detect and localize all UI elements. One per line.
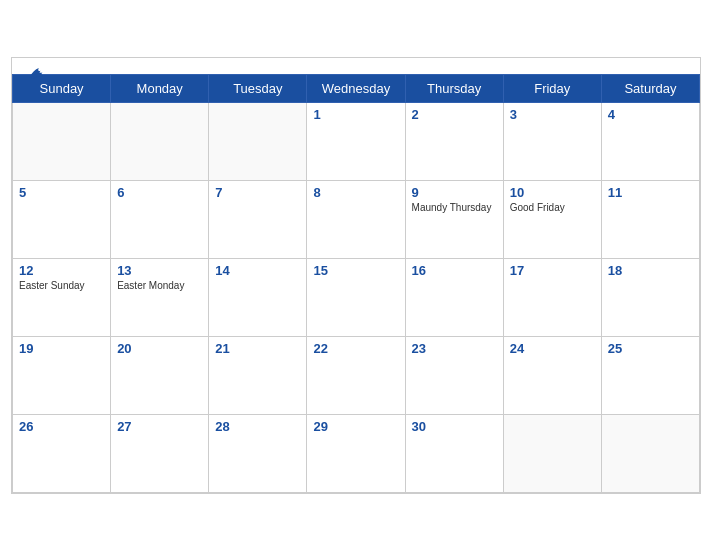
day-number: 19 — [19, 341, 104, 356]
day-number: 1 — [313, 107, 398, 122]
day-number: 8 — [313, 185, 398, 200]
day-number: 5 — [19, 185, 104, 200]
calendar-cell — [503, 414, 601, 492]
calendar-cell: 20 — [111, 336, 209, 414]
day-of-week-header: Monday — [111, 74, 209, 102]
calendar-cell: 7 — [209, 180, 307, 258]
calendar-cell: 6 — [111, 180, 209, 258]
day-number: 29 — [313, 419, 398, 434]
day-of-week-header: Tuesday — [209, 74, 307, 102]
calendar-cell: 12Easter Sunday — [13, 258, 111, 336]
day-number: 12 — [19, 263, 104, 278]
logo — [28, 66, 48, 80]
calendar-cell: 18 — [601, 258, 699, 336]
calendar-cell: 9Maundy Thursday — [405, 180, 503, 258]
calendar-cell: 27 — [111, 414, 209, 492]
calendar-cell: 22 — [307, 336, 405, 414]
event-label: Good Friday — [510, 202, 595, 213]
calendar-header-row: SundayMondayTuesdayWednesdayThursdayFrid… — [13, 74, 700, 102]
calendar-cell — [209, 102, 307, 180]
calendar-cell: 23 — [405, 336, 503, 414]
calendar-cell: 13Easter Monday — [111, 258, 209, 336]
day-number: 25 — [608, 341, 693, 356]
calendar-cell — [111, 102, 209, 180]
calendar-cell: 10Good Friday — [503, 180, 601, 258]
day-number: 13 — [117, 263, 202, 278]
day-number: 6 — [117, 185, 202, 200]
calendar-cell: 26 — [13, 414, 111, 492]
day-number: 16 — [412, 263, 497, 278]
day-number: 15 — [313, 263, 398, 278]
event-label: Easter Sunday — [19, 280, 104, 291]
day-number: 3 — [510, 107, 595, 122]
calendar-cell: 4 — [601, 102, 699, 180]
calendar-cell: 3 — [503, 102, 601, 180]
day-number: 9 — [412, 185, 497, 200]
calendar-cell: 16 — [405, 258, 503, 336]
day-number: 24 — [510, 341, 595, 356]
logo-blue-text — [28, 66, 48, 80]
calendar-week-row: 2627282930 — [13, 414, 700, 492]
day-number: 18 — [608, 263, 693, 278]
day-of-week-header: Saturday — [601, 74, 699, 102]
day-of-week-header: Thursday — [405, 74, 503, 102]
calendar-cell: 15 — [307, 258, 405, 336]
day-number: 10 — [510, 185, 595, 200]
calendar-cell: 17 — [503, 258, 601, 336]
day-number: 4 — [608, 107, 693, 122]
calendar-week-row: 19202122232425 — [13, 336, 700, 414]
calendar-cell: 19 — [13, 336, 111, 414]
calendar-cell: 8 — [307, 180, 405, 258]
calendar-cell: 2 — [405, 102, 503, 180]
calendar-week-row: 12Easter Sunday13Easter Monday1415161718 — [13, 258, 700, 336]
day-number: 7 — [215, 185, 300, 200]
calendar-cell: 11 — [601, 180, 699, 258]
calendar-cell — [13, 102, 111, 180]
calendar-cell: 25 — [601, 336, 699, 414]
calendar-cell: 21 — [209, 336, 307, 414]
calendar-week-row: 56789Maundy Thursday10Good Friday11 — [13, 180, 700, 258]
calendar-cell: 5 — [13, 180, 111, 258]
calendar-cell: 30 — [405, 414, 503, 492]
calendar-cell: 28 — [209, 414, 307, 492]
calendar-cell: 29 — [307, 414, 405, 492]
calendar-cell: 14 — [209, 258, 307, 336]
day-number: 23 — [412, 341, 497, 356]
calendar-cell — [601, 414, 699, 492]
day-number: 17 — [510, 263, 595, 278]
day-number: 14 — [215, 263, 300, 278]
day-number: 30 — [412, 419, 497, 434]
logo-bird-icon — [28, 66, 46, 80]
calendar-cell: 24 — [503, 336, 601, 414]
day-number: 2 — [412, 107, 497, 122]
calendar-table: SundayMondayTuesdayWednesdayThursdayFrid… — [12, 74, 700, 493]
day-of-week-header: Friday — [503, 74, 601, 102]
day-of-week-header: Wednesday — [307, 74, 405, 102]
event-label: Maundy Thursday — [412, 202, 497, 213]
calendar-week-row: 1234 — [13, 102, 700, 180]
calendar: SundayMondayTuesdayWednesdayThursdayFrid… — [11, 57, 701, 494]
day-number: 22 — [313, 341, 398, 356]
day-number: 26 — [19, 419, 104, 434]
day-number: 21 — [215, 341, 300, 356]
day-number: 28 — [215, 419, 300, 434]
calendar-cell: 1 — [307, 102, 405, 180]
day-number: 11 — [608, 185, 693, 200]
calendar-header — [12, 58, 700, 74]
event-label: Easter Monday — [117, 280, 202, 291]
day-number: 27 — [117, 419, 202, 434]
day-number: 20 — [117, 341, 202, 356]
